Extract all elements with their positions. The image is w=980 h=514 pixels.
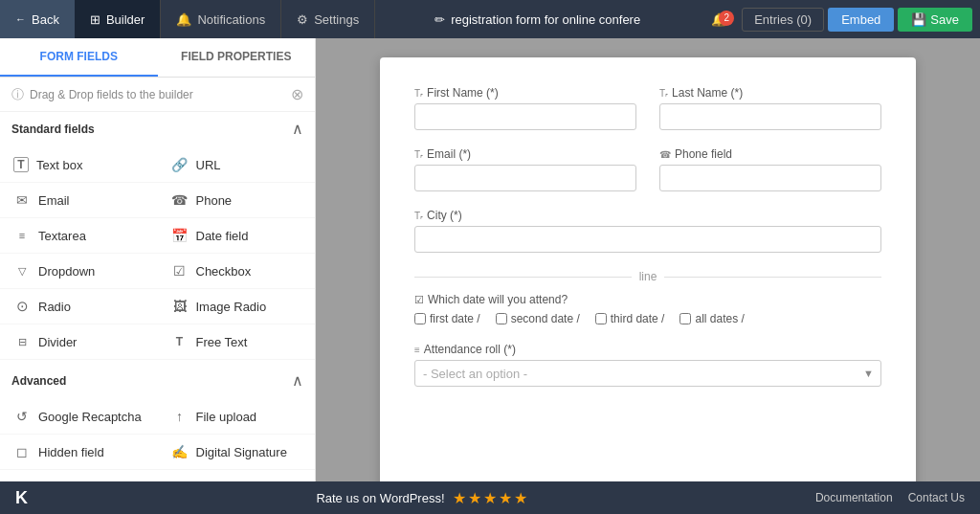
star-rating[interactable]: ★ ★ ★ ★ ★ — [453, 489, 527, 507]
image-radio-icon: 🖼 — [171, 298, 189, 315]
settings-nav-item[interactable]: ⚙ Settings — [281, 0, 375, 38]
email-input[interactable] — [414, 165, 636, 191]
advanced-title: Advanced — [11, 374, 66, 388]
attendance-roll-select[interactable]: - Select an option - — [414, 360, 881, 387]
sidebar-tabs: FORM FIELDS FIELD PROPERTIES — [0, 38, 315, 78]
standard-fields-header: Standard fields ∧ — [0, 112, 315, 144]
field-item-date-field[interactable]: 📅 Date field — [158, 218, 316, 254]
entries-button[interactable]: Entries (0) — [742, 8, 824, 32]
last-name-label: Tᵣ Last Name (*) — [659, 86, 881, 100]
field-item-checkbox[interactable]: ☑ Checkbox — [158, 254, 316, 289]
date-option-3[interactable]: third date / — [595, 312, 665, 325]
field-label-hidden-field: Hidden field — [38, 445, 104, 459]
attendance-roll-dropdown-wrap: - Select an option - ▼ — [414, 360, 881, 387]
field-label-file-upload: File upload — [196, 410, 257, 424]
field-label-textarea: Textarea — [38, 229, 86, 243]
bell-icon: 🔔 — [176, 12, 191, 27]
notifications-nav-item[interactable]: 🔔 Notifications — [161, 0, 281, 38]
checkbox-second-date[interactable] — [496, 313, 507, 324]
field-item-textarea[interactable]: ≡ Textarea — [0, 218, 158, 254]
builder-icon: ⊞ — [90, 12, 100, 27]
field-label-phone: Phone — [196, 193, 233, 208]
advanced-toggle[interactable]: ∧ — [292, 371, 303, 390]
bottombar-links: Documentation Contact Us — [815, 491, 965, 504]
form-row-name: Tᵣ First Name (*) Tᵣ Last Name (*) — [414, 86, 881, 130]
field-item-google-recaptcha[interactable]: ↺ Google Recaptcha — [0, 399, 158, 435]
date-option-3-label: third date / — [611, 312, 665, 325]
field-item-email[interactable]: ✉ Email — [0, 183, 158, 218]
field-item-hidden-field[interactable]: ◻ Hidden field — [0, 435, 158, 470]
drag-hint-text: Drag & Drop fields to the builder — [30, 88, 193, 101]
email-label: Tᵣ Email (*) — [414, 147, 636, 161]
builder-nav-item[interactable]: ⊞ Builder — [75, 0, 161, 38]
field-label-date-field: Date field — [196, 229, 249, 243]
first-name-input[interactable] — [414, 103, 636, 130]
standard-fields-grid: T Text box 🔗 URL ✉ Email ☎ Phone ≡ Texta… — [0, 144, 315, 364]
date-option-2[interactable]: second date / — [496, 312, 580, 325]
field-label-recaptcha: Google Recaptcha — [38, 410, 142, 424]
k-logo: K — [15, 488, 28, 508]
rate-text: Rate us on WordPress! — [316, 491, 444, 505]
checkbox-first-date[interactable] — [414, 313, 426, 324]
close-icon[interactable]: ⊗ — [291, 85, 303, 103]
divider-text: line — [632, 270, 665, 283]
text-box-icon: T — [13, 157, 29, 172]
form-title: ✏ registration form for online confere — [375, 12, 700, 27]
checkbox-all-dates[interactable] — [679, 313, 691, 324]
star-5: ★ — [514, 489, 527, 507]
last-name-input[interactable] — [659, 103, 881, 130]
field-label-free-text: Free Text — [196, 335, 248, 349]
checkbox-third-date[interactable] — [595, 313, 607, 324]
field-label-divider: Divider — [38, 335, 77, 349]
field-item-image-radio[interactable]: 🖼 Image Radio — [158, 289, 316, 324]
field-item-dropdown[interactable]: ▽ Dropdown — [0, 254, 158, 289]
standard-fields-toggle[interactable]: ∧ — [292, 120, 303, 138]
url-icon: 🔗 — [171, 156, 189, 173]
city-input[interactable] — [414, 226, 881, 253]
free-text-icon: T — [171, 333, 189, 350]
date-checkbox-group: ☑ Which date will you attend? first date… — [414, 293, 881, 325]
documentation-link[interactable]: Documentation — [815, 491, 893, 504]
field-item-text-box[interactable]: T Text box — [0, 147, 158, 183]
field-item-url[interactable]: 🔗 URL — [158, 147, 316, 183]
phone-input[interactable] — [659, 165, 881, 191]
date-option-4[interactable]: all dates / — [679, 312, 744, 325]
checkbox-group-icon: ☑ — [414, 294, 424, 306]
topbar-nav: ⊞ Builder 🔔 Notifications ⚙ Settings — [75, 0, 375, 38]
field-item-phone[interactable]: ☎ Phone — [158, 183, 316, 218]
email-label-icon: Tᵣ — [414, 149, 423, 160]
notification-button[interactable]: 🔔 2 — [700, 9, 738, 31]
field-item-radio[interactable]: ⊙ Radio — [0, 289, 158, 324]
back-button[interactable]: ← Back — [0, 0, 75, 38]
notification-badge: 2 — [719, 11, 734, 26]
city-label-icon: Tᵣ — [414, 211, 423, 221]
field-item-divider[interactable]: ⊟ Divider — [0, 324, 158, 360]
save-button[interactable]: 💾 Save — [898, 8, 972, 32]
field-label-dropdown: Dropdown — [38, 264, 95, 279]
form-group-last-name: Tᵣ Last Name (*) — [659, 86, 881, 130]
city-label: Tᵣ City (*) — [414, 209, 881, 222]
date-option-1[interactable]: first date / — [414, 312, 480, 325]
form-group-phone: ☎ Phone field — [659, 147, 881, 191]
date-option-1-label: first date / — [430, 312, 480, 325]
edit-icon: ✏ — [434, 12, 445, 27]
tab-field-properties[interactable]: FIELD PROPERTIES — [158, 38, 316, 77]
star-3: ★ — [483, 489, 497, 507]
field-item-file-upload[interactable]: ↑ File upload — [158, 399, 316, 435]
form-row-city: Tᵣ City (*) — [414, 209, 881, 253]
topbar-actions: 🔔 2 Entries (0) Embed 💾 Save — [700, 8, 980, 32]
contact-us-link[interactable]: Contact Us — [908, 491, 965, 504]
last-name-icon: Tᵣ — [659, 88, 668, 99]
field-label-url: URL — [196, 158, 221, 172]
field-item-digital-signature[interactable]: ✍ Digital Signature — [158, 435, 316, 470]
date-question-label: ☑ Which date will you attend? — [414, 293, 881, 306]
form-divider: line — [414, 270, 881, 283]
first-name-icon: Tᵣ — [414, 88, 423, 99]
tab-form-fields[interactable]: FORM FIELDS — [0, 38, 158, 77]
checkbox-icon: ☑ — [171, 262, 189, 279]
form-group-email: Tᵣ Email (*) — [414, 147, 636, 191]
field-item-free-text[interactable]: T Free Text — [158, 324, 316, 360]
embed-button[interactable]: Embed — [828, 8, 894, 32]
digital-signature-icon: ✍ — [171, 443, 189, 460]
recaptcha-icon: ↺ — [13, 408, 31, 425]
